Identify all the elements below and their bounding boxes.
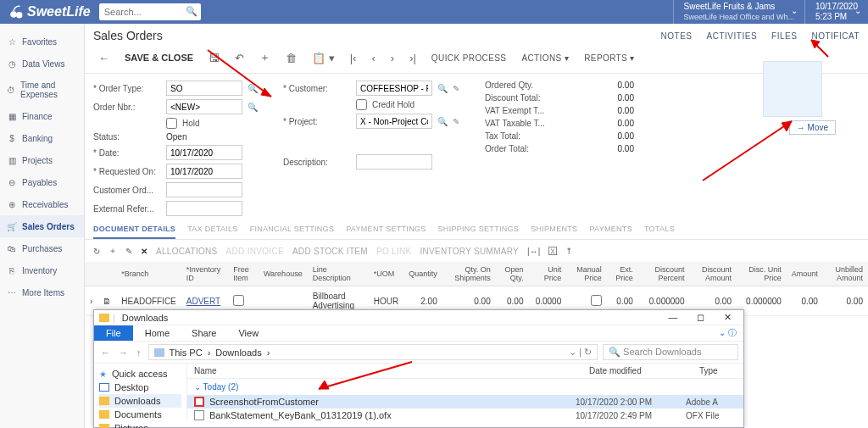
tab-document-details[interactable]: DOCUMENT DETAILS — [93, 225, 175, 239]
files-link[interactable]: FILES — [771, 31, 797, 41]
credit-hold-checkbox[interactable] — [356, 99, 367, 110]
order-type-field[interactable] — [166, 81, 242, 96]
explorer-nav-pictures[interactable]: Pictures — [99, 421, 181, 428]
explorer-nav-downloads[interactable]: Downloads — [99, 394, 181, 408]
ribbon-file-tab[interactable]: File — [94, 325, 133, 341]
ribbon-share-tab[interactable]: Share — [181, 325, 226, 341]
file-group-header[interactable]: Today (2) — [187, 379, 743, 395]
order-nbr-field[interactable] — [166, 99, 242, 114]
prev-button[interactable]: ‹ — [366, 49, 380, 67]
col-header[interactable]: *Inventory ID — [181, 262, 228, 286]
sidebar-item-inventory[interactable]: ⎘Inventory — [0, 259, 84, 281]
breadcrumb[interactable]: This PC › Downloads › ⌄ | ↻ — [148, 344, 598, 360]
lookup-icon[interactable]: 🔍 — [248, 84, 258, 93]
explorer-nav-pane[interactable]: Quick accessDesktopDownloadsDocumentsPic… — [94, 364, 187, 421]
col-type[interactable]: Type — [693, 364, 743, 378]
manual-price-checkbox[interactable] — [591, 295, 602, 306]
sidebar-item-time-and-expenses[interactable]: ⏱Time and Expenses — [0, 75, 84, 105]
save-close-button[interactable]: SAVE & CLOSE — [120, 50, 198, 65]
company-selector[interactable]: SweetLife Fruits & Jams SweetLife Head O… — [673, 0, 804, 24]
col-header[interactable]: Free Item — [228, 262, 259, 286]
grid-export-icon[interactable]: 🅇 — [548, 247, 557, 256]
col-header[interactable]: Warehouse — [259, 262, 308, 286]
tab-shipments[interactable]: SHIPMENTS — [531, 225, 577, 239]
add-stock-button[interactable]: ADD STOCK ITEM — [292, 247, 368, 256]
first-button[interactable]: |‹ — [345, 49, 362, 67]
file-drop-zone[interactable] — [763, 61, 822, 117]
explorer-nav-desktop[interactable]: Desktop — [99, 381, 181, 394]
sidebar-item-favorites[interactable]: ☆Favorites — [0, 31, 84, 53]
back-button[interactable]: ← — [93, 49, 114, 67]
hold-checkbox[interactable] — [166, 118, 177, 129]
grid-refresh-icon[interactable]: ↻ — [93, 247, 100, 256]
col-date[interactable]: Date modified — [582, 364, 693, 378]
quick-process-button[interactable]: QUICK PROCESS — [426, 51, 512, 65]
grid-edit-icon[interactable]: ✎ — [125, 247, 132, 256]
last-button[interactable]: ›| — [404, 49, 421, 67]
notes-link[interactable]: NOTES — [661, 31, 693, 41]
col-header[interactable]: Quantity — [403, 262, 442, 286]
customer-order-field[interactable] — [166, 182, 242, 197]
explorer-file-list[interactable]: Name Date modified Type Today (2)Screens… — [187, 364, 743, 421]
inventory-link[interactable]: ADVERT — [186, 297, 220, 306]
sidebar-item-sales-orders[interactable]: 🛒Sales Orders — [0, 215, 84, 237]
sidebar-item-finance[interactable]: ▦Finance — [0, 105, 84, 127]
col-header[interactable]: Line Description — [308, 262, 369, 286]
col-header[interactable]: Disc. Unit Price — [737, 262, 787, 286]
cancel-button[interactable]: ↶ — [230, 49, 249, 67]
customer-field[interactable] — [356, 81, 432, 96]
tab-totals[interactable]: TOTALS — [644, 225, 675, 239]
sidebar-item-receivables[interactable]: ⊕Receivables — [0, 193, 84, 215]
add-button[interactable]: ＋ — [254, 47, 275, 68]
allocations-button[interactable]: ALLOCATIONS — [156, 247, 218, 256]
explorer-nav-quick-access[interactable]: Quick access — [99, 367, 181, 381]
sidebar-item-data-views[interactable]: ◷Data Views — [0, 53, 84, 75]
ribbon-view-tab[interactable]: View — [228, 325, 269, 341]
lookup-icon[interactable]: 🔍 — [437, 117, 448, 126]
col-header[interactable]: Amount — [787, 262, 823, 286]
cell-unbilled[interactable]: 0.00 — [823, 286, 868, 316]
edit-icon[interactable]: ✎ — [453, 84, 459, 93]
global-search[interactable]: 🔍 — [99, 3, 201, 20]
business-date[interactable]: 10/17/2020 5:23 PM ⌄ — [804, 0, 868, 24]
file-item[interactable]: ScreenshotFromCustomer10/17/2020 2:00 PM… — [187, 395, 743, 409]
free-item-checkbox[interactable] — [233, 295, 244, 306]
col-header[interactable] — [85, 262, 97, 286]
edit-icon[interactable]: ✎ — [453, 117, 459, 126]
col-header[interactable]: Unbilled Amount — [823, 262, 868, 286]
col-header[interactable]: *Branch — [116, 262, 181, 286]
nav-forward-button[interactable]: → — [117, 347, 130, 358]
actions-menu[interactable]: ACTIONS ▾ — [516, 51, 574, 65]
close-button[interactable]: ✕ — [716, 312, 738, 323]
next-button[interactable]: › — [386, 49, 399, 67]
description-field[interactable] — [356, 154, 432, 170]
tab-payments[interactable]: PAYMENTS — [589, 225, 632, 239]
notifications-link[interactable]: NOTIFICAT — [811, 31, 860, 41]
date-field[interactable] — [166, 145, 242, 160]
sidebar-item-more-items[interactable]: ⋯More Items — [0, 281, 84, 303]
explorer-search[interactable]: 🔍 Search Downloads — [603, 344, 738, 360]
col-header[interactable]: Ext. Price — [607, 262, 638, 286]
col-header[interactable]: Discount Percent — [638, 262, 690, 286]
reports-menu[interactable]: REPORTS ▾ — [579, 51, 640, 65]
col-header[interactable]: Discount Amount — [689, 262, 737, 286]
ribbon-home-tab[interactable]: Home — [135, 325, 180, 341]
ext-ref-field[interactable] — [166, 201, 242, 216]
tab-shipping-settings[interactable]: SHIPPING SETTINGS — [438, 225, 520, 239]
grid-fit-icon[interactable]: |↔| — [527, 247, 540, 256]
nav-up-button[interactable]: ↑ — [135, 347, 143, 358]
activities-link[interactable]: ACTIVITIES — [707, 31, 757, 41]
ribbon-expand-icon[interactable]: ⌄ ⓘ — [719, 327, 743, 339]
tab-financial-settings[interactable]: FINANCIAL SETTINGS — [250, 225, 335, 239]
col-header[interactable] — [97, 262, 116, 286]
sidebar-item-banking[interactable]: $Banking — [0, 127, 84, 149]
tab-payment-settings[interactable]: PAYMENT SETTINGS — [346, 225, 426, 239]
crumb[interactable]: Downloads — [215, 347, 261, 358]
sidebar-item-projects[interactable]: ▥Projects — [0, 149, 84, 171]
grid-upload-icon[interactable]: ⤒ — [565, 247, 572, 256]
cell-amount[interactable]: 0.00 — [787, 286, 823, 316]
col-header[interactable]: *UOM — [369, 262, 403, 286]
minimize-button[interactable]: — — [662, 312, 684, 323]
lookup-icon[interactable]: 🔍 — [437, 84, 448, 93]
col-header[interactable]: Open Qty. — [496, 262, 529, 286]
